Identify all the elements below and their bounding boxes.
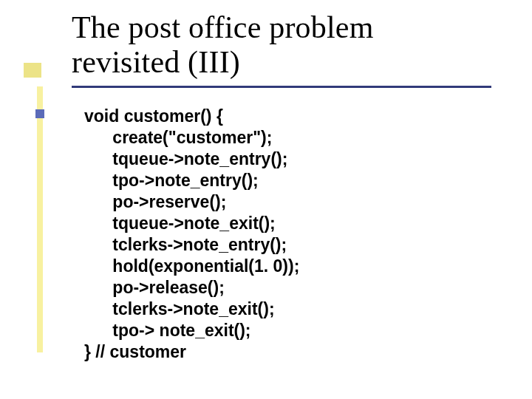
code-block: void customer() { create("customer"); tq… xyxy=(84,106,498,363)
code-line: po->reserve(); xyxy=(84,192,226,211)
title-line-1: The post office problem xyxy=(72,10,485,45)
title-line-2: revisited (III) xyxy=(72,45,485,80)
code-line: hold(exponential(1. 0)); xyxy=(84,256,299,276)
code-line: void customer() { xyxy=(84,106,223,126)
code-line: tpo->note_entry(); xyxy=(84,171,259,190)
code-line: tqueue->note_exit(); xyxy=(84,214,276,233)
title-underline-icon xyxy=(72,86,491,88)
bullet-square-icon xyxy=(35,109,44,118)
decor-box-icon xyxy=(24,63,41,78)
slide-title: The post office problem revisited (III) xyxy=(72,10,485,80)
slide: The post office problem revisited (III) … xyxy=(0,0,532,399)
code-line: tqueue->note_entry(); xyxy=(84,149,287,168)
code-line: tclerks->note_exit(); xyxy=(84,299,275,318)
code-line: } // customer xyxy=(84,342,186,361)
code-line: create("customer"); xyxy=(84,128,272,147)
code-line: tclerks->note_entry(); xyxy=(84,235,287,254)
code-line: tpo-> note_exit(); xyxy=(84,321,251,340)
decor-vertical-bar-icon xyxy=(37,86,43,352)
code-line: po->release(); xyxy=(84,278,225,297)
